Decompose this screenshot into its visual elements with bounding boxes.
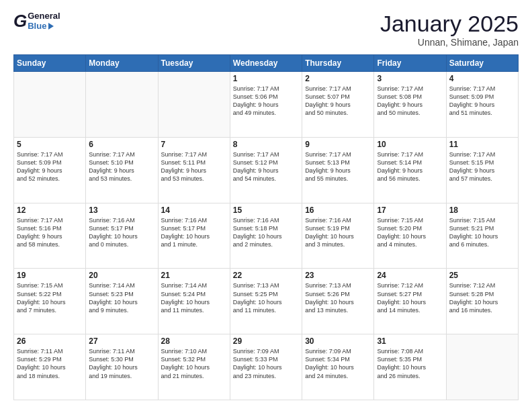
day-number: 28 xyxy=(161,336,227,346)
day-number: 14 xyxy=(161,205,227,215)
day-info: Sunrise: 7:13 AM Sunset: 5:26 PM Dayligh… xyxy=(305,281,371,314)
calendar-day: 25Sunrise: 7:12 AM Sunset: 5:28 PM Dayli… xyxy=(446,269,518,334)
calendar-day: 8Sunrise: 7:17 AM Sunset: 5:12 PM Daylig… xyxy=(230,137,302,203)
calendar-week-row: 26Sunrise: 7:11 AM Sunset: 5:29 PM Dayli… xyxy=(14,334,519,400)
day-number: 30 xyxy=(305,336,371,346)
day-number: 17 xyxy=(377,205,443,215)
calendar-day: 19Sunrise: 7:15 AM Sunset: 5:22 PM Dayli… xyxy=(14,269,86,334)
calendar-day: 30Sunrise: 7:09 AM Sunset: 5:34 PM Dayli… xyxy=(302,334,374,400)
day-number: 26 xyxy=(17,336,83,346)
calendar-day: 31Sunrise: 7:08 AM Sunset: 5:35 PM Dayli… xyxy=(374,334,446,400)
calendar-day: 3Sunrise: 7:17 AM Sunset: 5:08 PM Daylig… xyxy=(374,72,446,138)
day-number: 6 xyxy=(89,140,154,149)
calendar-day: 16Sunrise: 7:16 AM Sunset: 5:19 PM Dayli… xyxy=(302,203,374,269)
day-info: Sunrise: 7:09 AM Sunset: 5:34 PM Dayligh… xyxy=(305,347,371,380)
calendar-day: 1Sunrise: 7:17 AM Sunset: 5:06 PM Daylig… xyxy=(230,72,302,138)
calendar-day: 21Sunrise: 7:14 AM Sunset: 5:24 PM Dayli… xyxy=(158,269,230,334)
day-info: Sunrise: 7:12 AM Sunset: 5:28 PM Dayligh… xyxy=(449,281,515,314)
day-info: Sunrise: 7:12 AM Sunset: 5:27 PM Dayligh… xyxy=(377,281,443,314)
day-number: 23 xyxy=(305,271,371,280)
day-info: Sunrise: 7:13 AM Sunset: 5:25 PM Dayligh… xyxy=(233,281,299,314)
day-info: Sunrise: 7:17 AM Sunset: 5:08 PM Dayligh… xyxy=(377,85,443,118)
calendar-day: 22Sunrise: 7:13 AM Sunset: 5:25 PM Dayli… xyxy=(230,269,302,334)
calendar-day: 10Sunrise: 7:17 AM Sunset: 5:14 PM Dayli… xyxy=(374,137,446,203)
day-number: 10 xyxy=(377,140,443,149)
day-info: Sunrise: 7:15 AM Sunset: 5:22 PM Dayligh… xyxy=(17,281,83,314)
calendar-day: 29Sunrise: 7:09 AM Sunset: 5:33 PM Dayli… xyxy=(230,334,302,400)
header-wednesday: Wednesday xyxy=(230,55,302,72)
day-number: 11 xyxy=(449,140,515,149)
page: G General Blue January 2025 Unnan, Shima… xyxy=(0,0,532,411)
day-info: Sunrise: 7:15 AM Sunset: 5:21 PM Dayligh… xyxy=(449,216,515,249)
day-info: Sunrise: 7:17 AM Sunset: 5:11 PM Dayligh… xyxy=(161,150,227,183)
calendar-day: 28Sunrise: 7:10 AM Sunset: 5:32 PM Dayli… xyxy=(158,334,230,400)
calendar-day: 11Sunrise: 7:17 AM Sunset: 5:15 PM Dayli… xyxy=(446,137,518,203)
weekday-header-row: Sunday Monday Tuesday Wednesday Thursday… xyxy=(14,55,519,72)
day-number: 20 xyxy=(89,271,154,280)
day-number: 4 xyxy=(449,74,515,83)
day-info: Sunrise: 7:17 AM Sunset: 5:13 PM Dayligh… xyxy=(305,150,371,183)
day-info: Sunrise: 7:17 AM Sunset: 5:15 PM Dayligh… xyxy=(449,150,515,183)
calendar-day: 15Sunrise: 7:16 AM Sunset: 5:18 PM Dayli… xyxy=(230,203,302,269)
day-number: 21 xyxy=(161,271,227,280)
day-info: Sunrise: 7:17 AM Sunset: 5:09 PM Dayligh… xyxy=(449,85,515,118)
logo-blue-text: Blue xyxy=(28,21,60,31)
logo-g-letter: G xyxy=(13,11,27,32)
title-block: January 2025 Unnan, Shimane, Japan xyxy=(380,11,519,48)
day-info: Sunrise: 7:14 AM Sunset: 5:23 PM Dayligh… xyxy=(89,281,154,314)
header: G General Blue January 2025 Unnan, Shima… xyxy=(13,11,519,48)
calendar-week-row: 5Sunrise: 7:17 AM Sunset: 5:09 PM Daylig… xyxy=(14,137,519,203)
calendar-day: 7Sunrise: 7:17 AM Sunset: 5:11 PM Daylig… xyxy=(158,137,230,203)
calendar-week-row: 19Sunrise: 7:15 AM Sunset: 5:22 PM Dayli… xyxy=(14,269,519,334)
day-info: Sunrise: 7:17 AM Sunset: 5:07 PM Dayligh… xyxy=(305,85,371,118)
day-number: 2 xyxy=(305,74,371,83)
calendar-day: 17Sunrise: 7:15 AM Sunset: 5:20 PM Dayli… xyxy=(374,203,446,269)
calendar-day: 14Sunrise: 7:16 AM Sunset: 5:17 PM Dayli… xyxy=(158,203,230,269)
day-info: Sunrise: 7:15 AM Sunset: 5:20 PM Dayligh… xyxy=(377,216,443,249)
day-info: Sunrise: 7:16 AM Sunset: 5:19 PM Dayligh… xyxy=(305,216,371,249)
calendar-day xyxy=(158,72,230,138)
calendar-header: Sunday Monday Tuesday Wednesday Thursday… xyxy=(14,55,519,72)
calendar-day: 13Sunrise: 7:16 AM Sunset: 5:17 PM Dayli… xyxy=(86,203,158,269)
header-sunday: Sunday xyxy=(14,55,86,72)
day-info: Sunrise: 7:10 AM Sunset: 5:32 PM Dayligh… xyxy=(161,347,227,380)
day-info: Sunrise: 7:17 AM Sunset: 5:16 PM Dayligh… xyxy=(17,216,83,249)
day-info: Sunrise: 7:09 AM Sunset: 5:33 PM Dayligh… xyxy=(233,347,299,380)
calendar-day xyxy=(86,72,158,138)
calendar-day: 18Sunrise: 7:15 AM Sunset: 5:21 PM Dayli… xyxy=(446,203,518,269)
day-number: 18 xyxy=(449,205,515,215)
day-number: 8 xyxy=(233,140,299,149)
calendar-day: 24Sunrise: 7:12 AM Sunset: 5:27 PM Dayli… xyxy=(374,269,446,334)
header-monday: Monday xyxy=(86,55,158,72)
day-info: Sunrise: 7:16 AM Sunset: 5:17 PM Dayligh… xyxy=(89,216,154,249)
header-friday: Friday xyxy=(374,55,446,72)
calendar-day: 26Sunrise: 7:11 AM Sunset: 5:29 PM Dayli… xyxy=(14,334,86,400)
day-number: 7 xyxy=(161,140,227,149)
day-number: 1 xyxy=(233,74,299,83)
header-tuesday: Tuesday xyxy=(158,55,230,72)
day-info: Sunrise: 7:17 AM Sunset: 5:14 PM Dayligh… xyxy=(377,150,443,183)
day-number: 16 xyxy=(305,205,371,215)
day-number: 5 xyxy=(17,140,83,149)
calendar-day: 5Sunrise: 7:17 AM Sunset: 5:09 PM Daylig… xyxy=(14,137,86,203)
day-info: Sunrise: 7:14 AM Sunset: 5:24 PM Dayligh… xyxy=(161,281,227,314)
day-number: 13 xyxy=(89,205,154,215)
calendar-week-row: 12Sunrise: 7:17 AM Sunset: 5:16 PM Dayli… xyxy=(14,203,519,269)
day-number: 27 xyxy=(89,336,154,346)
day-info: Sunrise: 7:16 AM Sunset: 5:18 PM Dayligh… xyxy=(233,216,299,249)
day-number: 24 xyxy=(377,271,443,280)
header-thursday: Thursday xyxy=(302,55,374,72)
calendar-day xyxy=(14,72,86,138)
location: Unnan, Shimane, Japan xyxy=(380,37,519,48)
calendar-week-row: 1Sunrise: 7:17 AM Sunset: 5:06 PM Daylig… xyxy=(14,72,519,138)
calendar-day: 6Sunrise: 7:17 AM Sunset: 5:10 PM Daylig… xyxy=(86,137,158,203)
day-info: Sunrise: 7:17 AM Sunset: 5:09 PM Dayligh… xyxy=(17,150,83,183)
calendar-day: 23Sunrise: 7:13 AM Sunset: 5:26 PM Dayli… xyxy=(302,269,374,334)
day-number: 22 xyxy=(233,271,299,280)
day-number: 31 xyxy=(377,336,443,346)
calendar-day: 27Sunrise: 7:11 AM Sunset: 5:30 PM Dayli… xyxy=(86,334,158,400)
day-info: Sunrise: 7:17 AM Sunset: 5:12 PM Dayligh… xyxy=(233,150,299,183)
logo: G General Blue xyxy=(13,11,60,32)
calendar-day: 12Sunrise: 7:17 AM Sunset: 5:16 PM Dayli… xyxy=(14,203,86,269)
day-info: Sunrise: 7:17 AM Sunset: 5:10 PM Dayligh… xyxy=(89,150,154,183)
